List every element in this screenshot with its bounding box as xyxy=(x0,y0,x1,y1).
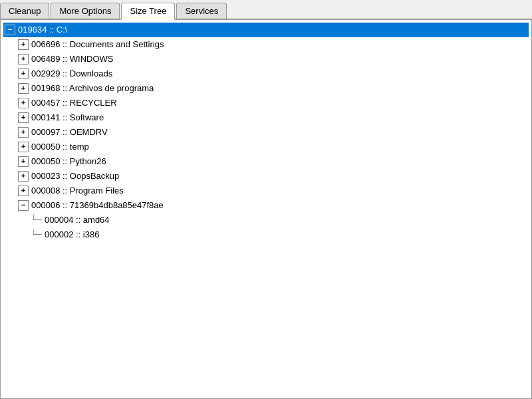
guid-children: └─ 000004 :: amd64 └─ 000002 :: i386 xyxy=(30,213,529,242)
content-area: − 019634 :: C:\ + 006696 :: Documents an… xyxy=(0,20,532,399)
root-children: + 006696 :: Documents and Settings + 006… xyxy=(17,37,529,242)
amd64-label: 000004 :: amd64 xyxy=(45,213,110,227)
program-files-expander[interactable]: + xyxy=(18,186,29,196)
program-files-label: 000008 :: Program Files xyxy=(31,184,124,198)
python26-expander[interactable]: + xyxy=(18,156,29,167)
recycler-expander[interactable]: + xyxy=(18,98,29,108)
tree-view: − 019634 :: C:\ + 006696 :: Documents an… xyxy=(3,23,529,242)
tree-item-amd64[interactable]: └─ 000004 :: amd64 xyxy=(30,213,529,227)
root-expander[interactable]: − xyxy=(5,25,15,35)
oopsbackup-expander[interactable]: + xyxy=(18,171,29,182)
tree-item-docs[interactable]: + 006696 :: Documents and Settings xyxy=(17,37,529,52)
temp-label: 000050 :: temp xyxy=(31,140,89,154)
windows-expander[interactable]: + xyxy=(18,54,29,65)
tree-item-software[interactable]: + 000141 :: Software xyxy=(17,110,529,125)
tree-item-python26[interactable]: + 000050 :: Python26 xyxy=(17,154,529,169)
tree-item-oopsbackup[interactable]: + 000023 :: OopsBackup xyxy=(17,169,529,184)
python26-label: 000050 :: Python26 xyxy=(31,155,106,168)
docs-label: 006696 :: Documents and Settings xyxy=(31,38,164,51)
downloads-expander[interactable]: + xyxy=(18,68,29,79)
tree-item-downloads[interactable]: + 002929 :: Downloads xyxy=(17,66,529,81)
temp-expander[interactable]: + xyxy=(18,142,29,152)
tree-item-archivos[interactable]: + 001968 :: Archivos de programa xyxy=(17,81,529,96)
downloads-label: 002929 :: Downloads xyxy=(31,67,112,80)
tab-size-tree[interactable]: Size Tree xyxy=(121,3,175,20)
oemdrv-label: 000097 :: OEMDRV xyxy=(31,126,108,139)
tree-item-i386[interactable]: └─ 000002 :: i386 xyxy=(30,227,529,242)
tree-item-guid[interactable]: − 000006 :: 71369b4db8a85e47f8ae xyxy=(17,198,529,213)
i386-label: 000002 :: i386 xyxy=(45,228,99,241)
tree-item-temp[interactable]: + 000050 :: temp xyxy=(17,140,529,154)
tab-bar: Cleanup More Options Size Tree Services xyxy=(0,0,532,20)
recycler-label: 000457 :: RECYCLER xyxy=(31,96,117,110)
windows-label: 006489 :: WINDOWS xyxy=(31,53,114,66)
connector-amd64: └─ xyxy=(31,213,45,227)
software-expander[interactable]: + xyxy=(18,112,29,123)
guid-expander[interactable]: − xyxy=(18,200,29,211)
tree-item-program-files[interactable]: + 000008 :: Program Files xyxy=(17,184,529,198)
archivos-label: 001968 :: Archivos de programa xyxy=(31,82,154,95)
root-label: 019634 :: C:\ xyxy=(18,23,67,37)
connector-i386: └─ xyxy=(31,228,45,241)
tree-item-recycler[interactable]: + 000457 :: RECYCLER xyxy=(17,96,529,110)
tree-root[interactable]: − 019634 :: C:\ xyxy=(3,23,529,37)
archivos-expander[interactable]: + xyxy=(18,83,29,94)
docs-expander[interactable]: + xyxy=(18,39,29,50)
guid-label: 000006 :: 71369b4db8a85e47f8ae xyxy=(31,199,164,212)
tab-cleanup[interactable]: Cleanup xyxy=(0,3,49,19)
tree-item-oemdrv[interactable]: + 000097 :: OEMDRV xyxy=(17,125,529,140)
oopsbackup-label: 000023 :: OopsBackup xyxy=(31,170,119,183)
oemdrv-expander[interactable]: + xyxy=(18,127,29,138)
app-container: Cleanup More Options Size Tree Services … xyxy=(0,0,532,399)
tree-item-windows[interactable]: + 006489 :: WINDOWS xyxy=(17,52,529,66)
tab-services[interactable]: Services xyxy=(176,3,227,19)
software-label: 000141 :: Software xyxy=(31,111,104,124)
tab-more-options[interactable]: More Options xyxy=(51,3,120,19)
